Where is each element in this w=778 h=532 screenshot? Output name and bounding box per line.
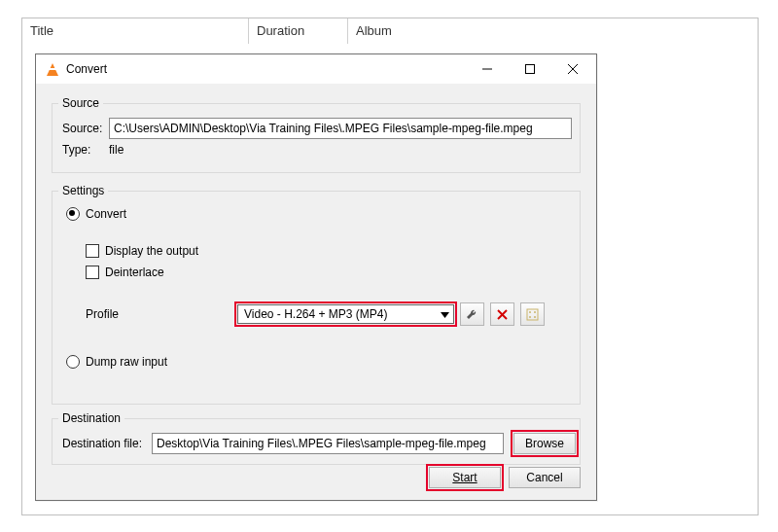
profile-label: Profile <box>86 307 237 321</box>
type-label: Type: <box>62 143 109 157</box>
deinterlace-row[interactable]: Deinterlace <box>86 266 164 279</box>
deinterlace-checkbox[interactable] <box>86 266 99 279</box>
start-button-label: Start <box>452 471 477 484</box>
destination-legend: Destination <box>58 411 124 425</box>
column-header-duration[interactable]: Duration <box>249 18 348 44</box>
display-output-checkbox[interactable] <box>86 244 99 258</box>
close-button[interactable] <box>551 55 594 83</box>
column-header-title[interactable]: Title <box>22 18 249 44</box>
destination-group: Destination Destination file: Browse <box>52 418 581 465</box>
destination-file-label: Destination file: <box>62 437 152 450</box>
deinterlace-label: Deinterlace <box>105 266 164 279</box>
dialog-titlebar: Convert <box>36 54 596 84</box>
maximize-icon <box>525 64 535 74</box>
convert-dialog: Convert Source Source: Type: file Settin… <box>35 53 597 501</box>
wrench-icon <box>466 308 478 321</box>
convert-radio[interactable] <box>66 207 80 221</box>
source-path-input[interactable] <box>109 118 572 139</box>
start-button[interactable]: Start <box>429 467 501 488</box>
vlc-cone-icon <box>44 61 60 78</box>
source-label: Source: <box>62 122 109 135</box>
cancel-button[interactable]: Cancel <box>509 467 581 488</box>
close-icon <box>568 64 578 74</box>
svg-marker-4 <box>441 312 449 318</box>
settings-group: Settings Convert Display the output Dein… <box>52 191 581 405</box>
new-profile-icon <box>526 308 539 321</box>
minimize-button[interactable] <box>466 55 509 83</box>
new-profile-button[interactable] <box>520 302 545 326</box>
minimize-icon <box>482 64 492 74</box>
dump-radio[interactable] <box>66 355 80 369</box>
svg-rect-1 <box>526 65 535 74</box>
maximize-button[interactable] <box>509 55 551 83</box>
dialog-footer: Start Cancel <box>429 467 581 488</box>
dump-radio-row[interactable]: Dump raw input <box>66 355 167 369</box>
table-header: Title Duration Album <box>22 18 758 44</box>
svg-point-11 <box>534 316 536 318</box>
browse-button[interactable]: Browse <box>513 433 576 454</box>
svg-rect-7 <box>527 309 538 320</box>
edit-profile-button[interactable] <box>460 302 484 326</box>
svg-point-10 <box>529 316 531 318</box>
column-header-album[interactable]: Album <box>348 18 758 44</box>
source-group: Source Source: Type: file <box>52 103 581 173</box>
type-value: file <box>109 143 124 157</box>
dialog-title: Convert <box>66 62 466 76</box>
profile-select[interactable]: Video - H.264 + MP3 (MP4) <box>237 304 454 324</box>
display-output-label: Display the output <box>105 244 198 258</box>
svg-point-9 <box>534 311 536 313</box>
delete-profile-button[interactable] <box>490 302 514 326</box>
settings-legend: Settings <box>58 184 108 197</box>
convert-radio-label: Convert <box>86 207 126 221</box>
destination-file-input[interactable] <box>152 433 504 454</box>
source-legend: Source <box>58 96 103 110</box>
convert-radio-row[interactable]: Convert <box>66 207 126 221</box>
display-output-row[interactable]: Display the output <box>86 244 198 258</box>
x-icon <box>497 309 508 320</box>
dump-radio-label: Dump raw input <box>86 355 167 369</box>
profile-selected-value: Video - H.264 + MP3 (MP4) <box>244 307 388 321</box>
chevron-down-icon <box>440 307 450 321</box>
svg-point-8 <box>529 311 531 313</box>
